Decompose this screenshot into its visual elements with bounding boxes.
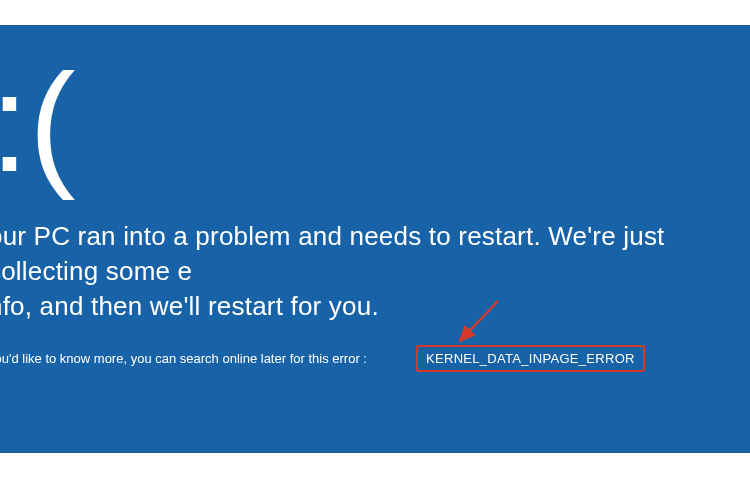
bsod-screen: :( our PC ran into a problem and needs t… — [0, 25, 750, 453]
error-message: our PC ran into a problem and needs to r… — [0, 219, 750, 324]
error-code-highlight: KERNEL_DATA_INPAGE_ERROR — [416, 345, 645, 372]
error-detail-text: you'd like to know more, you can search … — [0, 351, 367, 366]
sad-face-icon: :( — [0, 53, 76, 193]
